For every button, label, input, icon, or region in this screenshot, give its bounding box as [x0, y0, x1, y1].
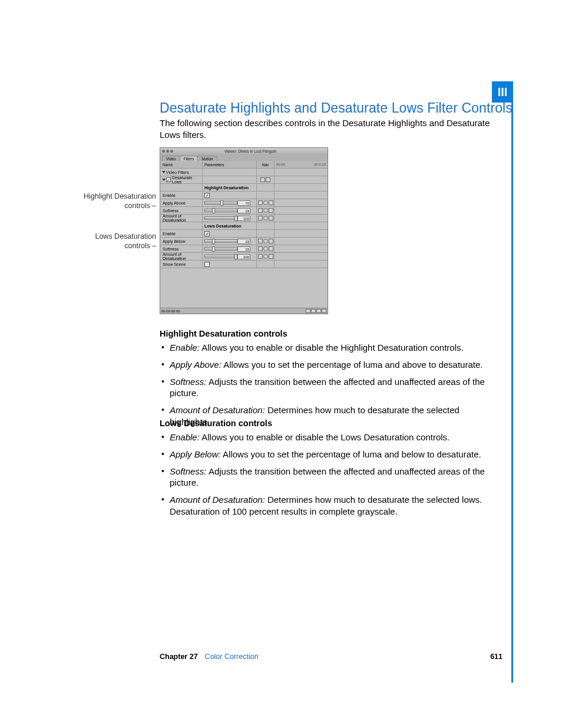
list-item: Enable: Allows you to enable or disable …	[160, 431, 501, 443]
column-header-row: Name Parameters Nav 00:00 00:0:10	[160, 161, 328, 169]
slider[interactable]	[204, 239, 237, 243]
keyframe-add-icon[interactable]	[263, 208, 268, 213]
desc: Allows you to set the percentage of luma…	[223, 360, 482, 370]
reset-icon[interactable]	[260, 177, 265, 182]
keyframe-prev-icon[interactable]	[258, 239, 263, 243]
desc: Allows you to set the percentage of luma…	[223, 449, 481, 459]
keyframe-add-icon[interactable]	[263, 254, 268, 259]
keyframe-add-icon[interactable]	[263, 246, 268, 251]
window-controls[interactable]	[162, 150, 173, 153]
param-name: ✓Desaturate Lows	[160, 176, 203, 183]
disclosure-triangle-icon[interactable]	[162, 171, 166, 173]
list-item: Apply Below: Allows you to set the perce…	[160, 449, 501, 460]
chapter-title: Color Correction	[205, 653, 259, 661]
param-timeline	[275, 230, 328, 237]
tab-video[interactable]: Video	[162, 156, 180, 161]
keyframe-next-icon[interactable]	[269, 216, 273, 220]
enable-checkbox[interactable]: ✓	[204, 193, 210, 198]
enable-checkbox[interactable]: ✓	[204, 231, 210, 236]
keyframe-add-icon[interactable]	[263, 216, 268, 220]
keyframe-next-icon[interactable]	[269, 246, 273, 251]
keyframe-prev-icon[interactable]	[258, 216, 263, 220]
param-timeline	[275, 215, 328, 222]
callout-text: Highlight Desaturation controls	[84, 192, 156, 210]
slider[interactable]	[204, 255, 237, 258]
param-timeline	[275, 199, 328, 206]
param-name: Softness	[160, 207, 203, 214]
list-item: Softness: Adjusts the transition between…	[160, 466, 501, 489]
param-control: ✓	[203, 230, 257, 237]
value-field[interactable]: 70	[237, 200, 250, 206]
enable-checkbox[interactable]	[204, 262, 210, 267]
param-timeline	[275, 184, 328, 191]
keyframe-next-icon[interactable]	[269, 200, 273, 205]
value-field[interactable]: 100	[237, 216, 250, 221]
window-titlebar: Viewer: Divers in Lost Penguin	[160, 148, 328, 154]
value-field[interactable]: 15	[237, 239, 250, 244]
list-item: Apply Above: Allows you to set the perce…	[160, 359, 501, 371]
desc: Adjusts the transition between the affec…	[170, 466, 485, 488]
keyframe-next-icon[interactable]	[269, 254, 273, 259]
part-stripe	[511, 81, 513, 683]
tab-filters[interactable]: Filters	[180, 156, 199, 161]
term: Apply Above:	[170, 360, 222, 370]
param-row: Apply Above 70	[160, 199, 328, 207]
param-name: Amount of Desaturation	[160, 215, 203, 222]
param-timeline	[275, 253, 328, 260]
param-row: Enable ✓	[160, 230, 328, 238]
param-control	[203, 169, 257, 176]
keyframe-add-icon[interactable]	[263, 200, 268, 205]
value-field[interactable]: 15	[237, 246, 250, 252]
param-name	[160, 184, 203, 191]
part-tab: III	[492, 81, 513, 103]
keyframe-add-icon[interactable]	[263, 239, 268, 243]
col-param: Parameters	[203, 161, 257, 168]
desc: Allows you to enable or disable the Lows…	[201, 432, 449, 442]
list-lows-controls: Enable: Allows you to enable or disable …	[160, 431, 501, 523]
filter-rows: Video Filters ✓Desaturate Lows Highlight…	[160, 169, 328, 268]
tab-motion[interactable]: Motion	[197, 156, 217, 161]
param-control	[203, 176, 257, 183]
callout-text: Lows Desaturation controls	[95, 232, 156, 250]
keyframe-prev-icon[interactable]	[258, 246, 263, 251]
page-footer: Chapter 27 Color Correction	[160, 653, 259, 661]
value-field[interactable]: 15	[237, 208, 250, 213]
col-name: Name	[160, 161, 203, 168]
keyframe-prev-icon[interactable]	[258, 254, 263, 259]
col-timeline: 00:00 00:0:10	[275, 161, 328, 168]
term: Softness:	[170, 377, 207, 387]
param-name: Softness	[160, 245, 203, 252]
viewer-footer: 00:00:00:00	[160, 308, 328, 314]
keyframe-next-icon[interactable]	[269, 239, 273, 243]
param-name	[160, 222, 203, 229]
filters-panel: Name Parameters Nav 00:00 00:0:10 Video …	[160, 161, 328, 308]
slider[interactable]	[204, 201, 237, 205]
slider[interactable]	[204, 247, 237, 251]
scrollbar[interactable]	[306, 309, 326, 313]
menu-icon[interactable]	[266, 177, 270, 182]
param-name: Enable	[160, 192, 203, 199]
tl-start: 00:00	[276, 163, 285, 166]
param-timeline	[275, 176, 328, 183]
filter-enable-checkbox[interactable]: ✓	[166, 177, 171, 182]
value-field[interactable]: 100	[237, 254, 250, 259]
param-control	[203, 261, 257, 268]
term: Amount of Desaturation:	[170, 405, 265, 415]
param-name: Video Filters	[160, 169, 203, 176]
keyframe-next-icon[interactable]	[269, 208, 273, 213]
slider[interactable]	[204, 216, 237, 220]
param-row: Lows Desaturation	[160, 222, 328, 230]
param-control: Lows Desaturation	[203, 222, 257, 229]
param-row: Apply Below 15	[160, 238, 328, 245]
slider[interactable]	[204, 209, 237, 212]
param-control: 100	[203, 215, 257, 222]
page-title: Desaturate Highlights and Desaturate Low…	[160, 100, 513, 116]
keyframe-prev-icon[interactable]	[258, 208, 263, 213]
param-control: 100	[203, 253, 257, 260]
list-item: Softness: Adjusts the transition between…	[160, 376, 501, 400]
param-row: Enable ✓	[160, 192, 328, 199]
page-number: 611	[490, 653, 503, 661]
param-timeline	[275, 192, 328, 199]
keyframe-prev-icon[interactable]	[258, 200, 263, 205]
disclosure-triangle-icon[interactable]	[162, 179, 166, 181]
